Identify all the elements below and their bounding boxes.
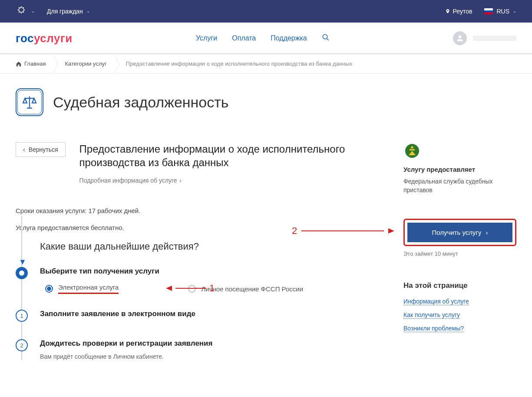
radio-electronic[interactable]: Электронная услуга: [45, 284, 119, 294]
agency-emblem-icon: [403, 142, 421, 160]
chevron-right-icon: ›: [486, 229, 488, 236]
provider-name: Федеральная служба судебных приставов: [403, 177, 516, 194]
language-selector[interactable]: RUS ⌄: [484, 8, 516, 15]
page-title: Судебная задолженность: [53, 94, 229, 111]
nav-support[interactable]: Поддержка: [271, 34, 307, 42]
service-term: Сроки оказания услуги: 17 рабочих дней.: [16, 207, 377, 214]
service-subtitle: Предоставление информации о ходе исполни…: [79, 142, 377, 169]
user-menu[interactable]: [453, 31, 516, 45]
radio-selected-icon: [45, 285, 53, 293]
page-title-row: Судебная задолженность: [16, 88, 516, 116]
site-logo[interactable]: госуслуги: [16, 32, 73, 45]
svg-point-2: [459, 35, 462, 38]
search-icon[interactable]: [322, 33, 330, 43]
chevron-down-icon: ⌄: [86, 9, 90, 13]
onpage-link-info[interactable]: Информация об услуге: [403, 298, 469, 305]
steps-question: Какие ваши дальнейшие действия?: [23, 241, 377, 252]
avatar-icon: [453, 31, 467, 45]
nav-services[interactable]: Услуги: [196, 34, 217, 42]
breadcrumb-current: Предоставление информации о ходе исполни…: [119, 54, 359, 73]
step-select-title: Выберите тип получения услуги: [40, 267, 303, 276]
chevron-right-icon: ›: [180, 177, 182, 184]
main-nav: Услуги Оплата Поддержка: [196, 33, 330, 43]
onpage-link-how[interactable]: Как получить услугу: [403, 311, 460, 319]
header: госуслуги Услуги Оплата Поддержка: [0, 23, 532, 54]
annotation-arrow-2: 2: [292, 225, 394, 237]
breadcrumb-categories[interactable]: Категории услуг: [58, 54, 114, 73]
location-label: Реутов: [453, 8, 473, 15]
user-name-placeholder: [473, 36, 516, 41]
service-detail-link[interactable]: Подробная информация об услуге ›: [79, 177, 182, 184]
provider-label: Услугу предоставляет: [403, 166, 516, 173]
back-button[interactable]: ‹ Вернуться: [16, 142, 66, 157]
chevron-down-icon: ⌄: [31, 9, 35, 13]
steps-list: Какие ваши дальнейшие действия? ▼ Выбери…: [16, 241, 377, 360]
location-pin-icon: [445, 8, 450, 14]
breadcrumb: Главная Категории услуг Предоставление и…: [0, 54, 532, 73]
svg-point-0: [323, 34, 327, 39]
get-service-button[interactable]: Получить услугу ›: [407, 223, 512, 242]
chevron-left-icon: ‹: [23, 146, 25, 153]
breadcrumb-home[interactable]: Главная: [16, 54, 53, 73]
flag-ru-icon: [484, 8, 493, 14]
audience-label: Для граждан: [47, 8, 83, 15]
home-icon: [16, 61, 22, 67]
eagle-emblem-icon: [16, 6, 27, 17]
nav-payment[interactable]: Оплата: [232, 34, 256, 42]
language-label: RUS: [496, 8, 509, 15]
on-this-page: На этой странице Информация об услуге Ка…: [403, 281, 516, 332]
location-selector[interactable]: Реутов: [445, 8, 473, 15]
scales-icon: [16, 88, 43, 116]
cta-highlight-box: 2 Получить услугу ›: [403, 219, 516, 246]
annotation-arrow-1: 1: [166, 283, 215, 294]
step-wait-desc: Вам придёт сообщение в Личном кабинете.: [40, 353, 212, 360]
step-wait-title: Дождитесь проверки и регистрации заявлен…: [40, 339, 212, 348]
topbar: ⌄ Для граждан ⌄ Реутов RUS ⌄: [0, 0, 532, 23]
chevron-down-icon: ⌄: [513, 9, 516, 13]
arrow-down-icon: ▼: [19, 257, 26, 267]
svg-line-1: [327, 38, 329, 40]
cta-hint: Это займет 10 минут: [403, 250, 516, 257]
step-fill-title: Заполните заявление в электронном виде: [40, 310, 195, 318]
audience-dropdown[interactable]: Для граждан ⌄: [47, 8, 90, 15]
on-page-title: На этой странице: [403, 281, 516, 290]
onpage-link-problems[interactable]: Возникли проблемы?: [403, 325, 464, 332]
state-emblem-dropdown[interactable]: ⌄: [16, 6, 35, 17]
